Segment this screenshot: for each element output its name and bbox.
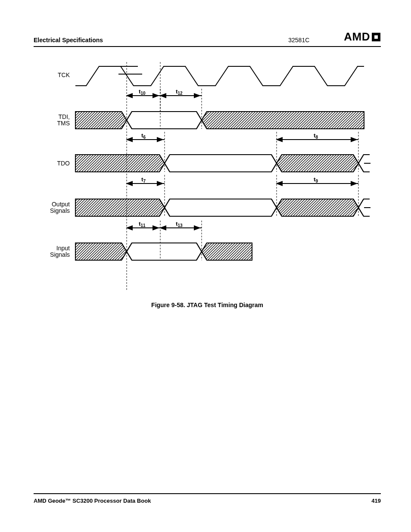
footer-book: AMD Geode™ SC3200 Processor Data Book <box>34 498 151 504</box>
page-footer: AMD Geode™ SC3200 Processor Data Book 41… <box>34 493 381 504</box>
signal-label-input-2: Signals <box>50 251 70 258</box>
figure-caption: Figure 9-58. JTAG Test Timing Diagram <box>34 302 381 308</box>
signal-label-tms: TMS <box>57 120 70 127</box>
svg-text:t6: t6 <box>141 132 146 140</box>
tdi-tms-waveform <box>75 112 364 129</box>
svg-text:t9: t9 <box>314 176 318 184</box>
svg-text:t13: t13 <box>176 221 183 228</box>
signal-label-tdi: TDI, <box>59 113 70 120</box>
signal-label-tck: TCK <box>58 72 70 78</box>
svg-text:t11: t11 <box>139 221 146 228</box>
signal-label-output-1: Output <box>52 201 70 208</box>
header-docnum: 32581C <box>288 37 309 44</box>
page-header: Electrical Specifications 32581C AMD <box>34 30 381 47</box>
header-section: Electrical Specifications <box>34 37 103 44</box>
signal-label-tdo: TDO <box>57 160 70 167</box>
tck-waveform <box>75 66 364 86</box>
signal-label-output-2: Signals <box>50 207 70 214</box>
input-signals-waveform <box>75 243 252 260</box>
output-signals-waveform <box>75 199 371 216</box>
amd-logo: AMD <box>344 30 381 44</box>
svg-text:t10: t10 <box>139 88 146 96</box>
signal-label-input-1: Input <box>56 245 70 252</box>
tdo-waveform <box>75 155 371 172</box>
footer-pagenum: 419 <box>371 498 381 504</box>
timing-diagram: TCK t10 t12 TDI, TMS <box>39 62 381 292</box>
svg-text:t7: t7 <box>141 176 146 184</box>
svg-text:t8: t8 <box>314 132 318 140</box>
svg-text:t12: t12 <box>176 88 183 96</box>
